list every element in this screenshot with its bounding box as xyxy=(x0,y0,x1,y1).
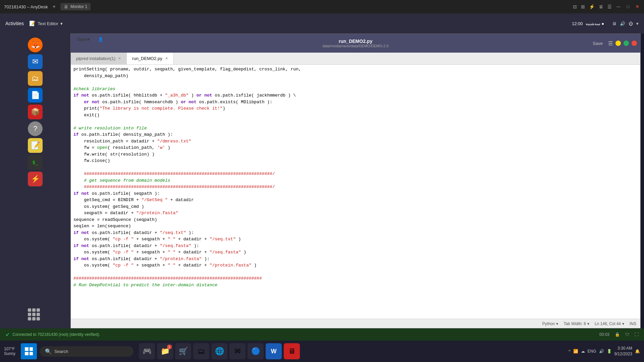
tab-run-demo-close[interactable]: ✕ xyxy=(165,56,168,61)
connection-icon: ✔ xyxy=(5,331,10,338)
taskbar-app-store[interactable]: 🛒 xyxy=(175,343,191,359)
taskbar-app-files[interactable]: 🗂 xyxy=(193,343,209,359)
notification-icon[interactable]: 🔔 xyxy=(635,349,640,354)
tray-time-value: 3:30 AM xyxy=(614,346,632,351)
taskbar-app-anydesk[interactable]: 🖥 xyxy=(284,343,300,359)
sidebar-icon-power[interactable]: ⚡ xyxy=(28,172,43,186)
tab-pipred[interactable]: pipred installation(1) ✕ xyxy=(71,53,127,64)
sidebar-icon-notes[interactable]: 📝 xyxy=(28,138,43,153)
code-line: ########################################… xyxy=(71,275,640,282)
taskbar-app-widgets[interactable]: 🎮 xyxy=(139,343,155,359)
code-line: ########################################… xyxy=(71,171,640,177)
code-line: exit() xyxy=(71,112,640,119)
battery-icon[interactable]: 🔋 xyxy=(607,349,612,354)
tab-pipred-label: pipred installation(1) xyxy=(76,56,115,61)
sidebar-icon-mail[interactable]: ✉ xyxy=(28,54,43,69)
taskbar-search[interactable]: 🔍 Search xyxy=(40,346,133,357)
position-label: Ln 146, Col 44 xyxy=(595,321,621,326)
code-editor[interactable]: printSetting( proname, outdir, seqpath, … xyxy=(71,65,640,319)
taskbar-app-mail[interactable]: ✉ xyxy=(229,343,246,359)
code-line: fw.write( str(resolution) ) xyxy=(71,151,640,158)
position-arrow: ▾ xyxy=(622,321,624,326)
search-placeholder: Search xyxy=(54,349,68,354)
expand-icon[interactable]: ⛶ xyxy=(635,332,639,337)
code-line xyxy=(71,79,640,86)
window-maximize[interactable] xyxy=(624,41,629,46)
code-line: or not os.path.isfile( hmmsearchdb ) or … xyxy=(71,99,640,106)
app-menu-arrow[interactable]: ▾ xyxy=(60,21,63,26)
power-icon[interactable]: ⏻ xyxy=(629,21,633,26)
anydesk-close[interactable]: ✕ xyxy=(635,4,640,9)
user-icon[interactable]: 👤 xyxy=(95,36,107,43)
code-line: #check libraries xyxy=(71,86,640,93)
new-tab-button[interactable]: + xyxy=(51,4,58,10)
tray-chevron[interactable]: ^ xyxy=(569,349,571,354)
activities-button[interactable]: Activities xyxy=(5,21,24,26)
sidebar-icon-document[interactable]: 📄 xyxy=(28,88,43,103)
code-line: if not os.path.isfile( datadir + "/seq.f… xyxy=(71,243,640,249)
taskbar-app-chrome[interactable]: 🔵 xyxy=(248,343,264,359)
sidebar-icon-help[interactable]: ? xyxy=(28,121,43,136)
position-selector[interactable]: Ln 146, Col 44 ▾ xyxy=(595,321,624,326)
volume-icon[interactable]: 🔊 xyxy=(620,21,625,26)
code-line: resolution_path = datadir + "/dmreso.txt… xyxy=(71,138,640,145)
display-icon[interactable]: 🖥 xyxy=(612,21,616,26)
sidebar-icon-files[interactable]: 🗂 xyxy=(28,71,43,86)
anydesk-maximize[interactable]: □ xyxy=(625,4,631,9)
main-editor-window: Open▾ 👤 run_DEMO2.py data/media/ravts/da… xyxy=(70,34,641,328)
connection-right: 00:03 🔒 🛡 ⛶ xyxy=(599,332,639,337)
anydesk-icon4[interactable]: 🖥 xyxy=(599,4,603,9)
network-icon[interactable]: 📶 xyxy=(573,349,578,354)
code-line: fw.close() xyxy=(71,158,640,164)
anydesk-icon3[interactable]: ⚡ xyxy=(589,4,595,9)
save-button[interactable]: Save xyxy=(590,40,605,47)
gnome-topbar: Activities 📝 Text Editor ▾ 12:00 سه‌شنبه… xyxy=(0,13,644,34)
sidebar-icons: 🦊 ✉ 🗂 📄 📦 ? 📝 $_ ⚡ xyxy=(0,34,70,190)
code-line: os.system( "cp -f " + seqpath + " " + da… xyxy=(71,236,640,243)
win-sq-1 xyxy=(25,347,29,351)
tab-width-selector[interactable]: Tab Width: 8 ▾ xyxy=(564,321,589,326)
language-arrow: ▾ xyxy=(556,321,558,326)
weather-condition: Sunny xyxy=(4,351,15,356)
taskbar-app-explorer[interactable]: 📁 1 xyxy=(157,343,173,359)
taskbar-app-browser[interactable]: 🌐 xyxy=(211,343,227,359)
cloud-icon[interactable]: ☁ xyxy=(581,349,585,354)
taskbar-app-word[interactable]: W xyxy=(266,343,282,359)
volume-tray-icon[interactable]: 🔊 xyxy=(599,349,604,354)
remote-filename: run_DEMO2.py xyxy=(323,39,389,44)
code-line: # write resolution into file xyxy=(71,125,640,132)
explorer-badge: 1 xyxy=(167,345,172,349)
search-icon: 🔍 xyxy=(45,348,52,355)
windows-logo xyxy=(25,347,33,355)
tab-run-demo[interactable]: run_DEMO2.py ✕ xyxy=(127,53,174,64)
open-menu[interactable]: Open▾ xyxy=(73,36,93,43)
bottom-bar: ✔ Connected to 702181430 (root) (identit… xyxy=(0,328,644,362)
tray-arrow[interactable]: ▾ xyxy=(636,21,639,26)
sidebar-icon-archive[interactable]: 📦 xyxy=(28,105,43,119)
window-close[interactable] xyxy=(632,41,637,46)
anydesk-bar: 702181430 – AnyDesk + 🖥 Monitor 1 ⊟ ⊞ ⚡ … xyxy=(0,0,644,13)
language-selector[interactable]: Python ▾ xyxy=(542,321,558,326)
status-bar: Python ▾ Tab Width: 8 ▾ Ln 146, Col 44 ▾… xyxy=(71,319,640,328)
code-line: # get sequence from domain models xyxy=(71,177,640,184)
hamburger-menu[interactable]: ☰ xyxy=(608,40,613,47)
code-line: os.system( "cp -f " + seqpath + " " + da… xyxy=(71,262,640,269)
tab-width-label: Tab Width: 8 xyxy=(564,321,586,326)
code-line: ########################################… xyxy=(71,184,640,190)
anydesk-minimize[interactable]: — xyxy=(616,4,621,9)
monitor-tab-label: Monitor 1 xyxy=(70,4,87,9)
sidebar-icon-firefox[interactable]: 🦊 xyxy=(28,38,43,52)
tab-pipred-close[interactable]: ✕ xyxy=(118,56,121,61)
apps-grid-icon[interactable] xyxy=(28,308,43,323)
window-minimize[interactable] xyxy=(615,41,621,46)
anydesk-icon5[interactable]: ☰ xyxy=(607,4,612,9)
system-bar: 702181430 – AnyDesk + 🖥 Monitor 1 ⊟ ⊞ ⚡ … xyxy=(0,0,644,34)
sidebar-icon-terminal[interactable]: $_ xyxy=(28,155,43,170)
monitor-tab[interactable]: 🖥 Monitor 1 xyxy=(60,3,91,10)
monitor-icon: 🖥 xyxy=(64,4,68,9)
start-button[interactable] xyxy=(21,343,37,359)
anydesk-toolbar-icon[interactable]: ⊟ xyxy=(573,4,577,9)
anydesk-icon2[interactable]: ⊞ xyxy=(581,4,585,9)
code-line: if os.path.isfile( density_map_path ): xyxy=(71,131,640,138)
tab-width-arrow: ▾ xyxy=(587,321,589,326)
